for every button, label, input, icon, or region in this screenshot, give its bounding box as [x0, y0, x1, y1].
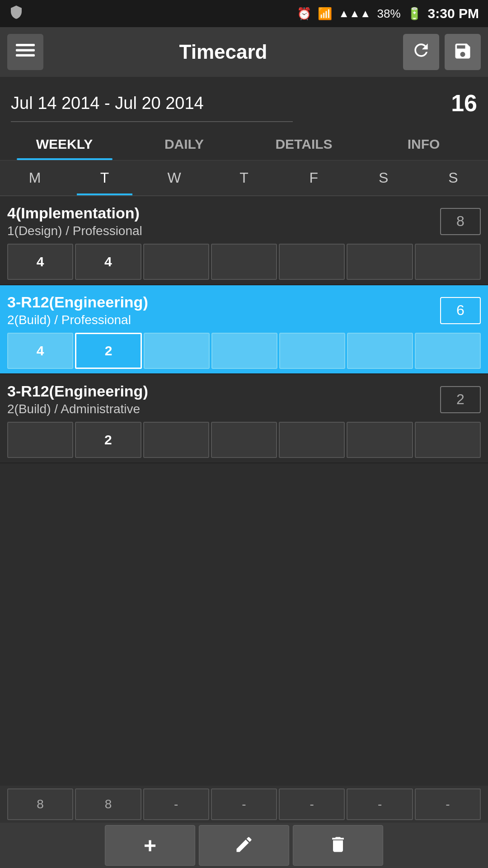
cell-1-6[interactable] [415, 244, 481, 280]
cell-1-4[interactable] [279, 244, 345, 280]
section-3-grid: 2 [7, 422, 481, 458]
section-2-subtitle: 2(Build) / Professional [7, 313, 148, 327]
timecard-section-2: 3-R12(Engineering) 2(Build) / Profession… [0, 285, 488, 374]
section-3-header: 3-R12(Engineering) 2(Build) / Administra… [7, 382, 481, 416]
alarm-icon: ⏰ [297, 7, 311, 21]
section-2-info: 3-R12(Engineering) 2(Build) / Profession… [7, 293, 148, 327]
tab-details[interactable]: DETAILS [244, 127, 364, 160]
section-1-subtitle: 1(Design) / Professional [7, 224, 142, 238]
shield-icon [9, 5, 23, 23]
top-bar-actions [403, 34, 481, 70]
status-bar-left [9, 5, 23, 23]
status-bar-right: ⏰ 📶 ▲▲▲ 38% 🔋 3:30 PM [297, 6, 479, 21]
section-3-title: 3-R12(Engineering) [7, 382, 148, 400]
main-tabs: WEEKLY DAILY DETAILS INFO [0, 127, 488, 160]
cell-3-1[interactable]: 2 [75, 422, 141, 458]
top-bar: Timecard [0, 27, 488, 77]
plus-icon: + [144, 833, 156, 858]
cell-1-2[interactable] [143, 244, 209, 280]
cell-1-5[interactable] [347, 244, 413, 280]
section-2-header: 3-R12(Engineering) 2(Build) / Profession… [7, 293, 481, 327]
menu-button[interactable] [7, 34, 43, 70]
save-icon [453, 41, 473, 63]
section-1-grid: 4 4 [7, 244, 481, 280]
day-tabs: M T W T F S S [0, 160, 488, 196]
tab-info[interactable]: INFO [364, 127, 483, 160]
section-1-total: 8 [440, 208, 481, 235]
delete-button[interactable] [293, 825, 383, 866]
cell-1-3[interactable] [211, 244, 277, 280]
cell-3-5[interactable] [347, 422, 413, 458]
day-tab-wed[interactable]: W [140, 160, 209, 195]
timecard-section-3: 3-R12(Engineering) 2(Build) / Administra… [0, 374, 488, 463]
cell-3-0[interactable] [7, 422, 73, 458]
refresh-icon [411, 40, 431, 64]
battery-percent: 38% [377, 7, 401, 21]
svg-rect-0 [16, 44, 35, 46]
edit-icon [234, 835, 254, 856]
day-tab-thu[interactable]: T [209, 160, 279, 195]
day-tab-sat[interactable]: S [348, 160, 418, 195]
cell-1-0[interactable]: 4 [7, 244, 73, 280]
svg-rect-2 [16, 54, 35, 56]
tab-daily[interactable]: DAILY [124, 127, 244, 160]
footer-totals: 8 8 - - - - - [0, 786, 488, 823]
wifi-icon: 📶 [318, 7, 332, 21]
bottom-bar: + [0, 823, 488, 868]
section-1-info: 4(Implementation) 1(Design) / Profession… [7, 204, 142, 238]
footer-cell-4: - [279, 788, 345, 820]
day-tab-tue[interactable]: T [70, 160, 139, 195]
cell-2-0[interactable]: 4 [7, 333, 73, 369]
section-3-total: 2 [440, 386, 481, 413]
date-underline [11, 121, 293, 122]
footer-cell-5: - [347, 788, 413, 820]
cell-1-1[interactable]: 4 [75, 244, 141, 280]
footer-cell-2: - [143, 788, 209, 820]
section-2-total: 6 [440, 297, 481, 324]
footer-cell-0: 8 [7, 788, 73, 820]
date-number: 16 [451, 90, 477, 117]
tab-weekly[interactable]: WEEKLY [5, 127, 124, 160]
signal-icon: ▲▲▲ [338, 7, 371, 20]
section-3-subtitle: 2(Build) / Administrative [7, 402, 148, 416]
content-spacer [0, 463, 488, 554]
cell-2-1[interactable]: 2 [75, 333, 142, 369]
page-title: Timecard [179, 41, 267, 63]
edit-button[interactable] [199, 825, 289, 866]
footer-cell-3: - [211, 788, 277, 820]
cell-3-6[interactable] [415, 422, 481, 458]
day-tab-fri[interactable]: F [279, 160, 348, 195]
cell-2-4[interactable] [279, 333, 345, 369]
timecard-section-1: 4(Implementation) 1(Design) / Profession… [0, 196, 488, 285]
add-button[interactable]: + [105, 825, 195, 866]
cell-2-5[interactable] [347, 333, 413, 369]
footer-cell-6: - [415, 788, 481, 820]
trash-icon [328, 835, 348, 856]
clock-time: 3:30 PM [428, 6, 479, 21]
cell-3-2[interactable] [143, 422, 209, 458]
cell-2-3[interactable] [211, 333, 277, 369]
date-range-text: Jul 14 2014 - Jul 20 2014 [11, 94, 204, 113]
date-row: Jul 14 2014 - Jul 20 2014 16 [0, 77, 488, 121]
section-2-grid: 4 2 [7, 333, 481, 369]
save-button[interactable] [445, 34, 481, 70]
section-3-info: 3-R12(Engineering) 2(Build) / Administra… [7, 382, 148, 416]
section-1-title: 4(Implementation) [7, 204, 142, 222]
section-1-header: 4(Implementation) 1(Design) / Profession… [7, 204, 481, 238]
cell-2-6[interactable] [415, 333, 481, 369]
refresh-button[interactable] [403, 34, 439, 70]
section-2-title: 3-R12(Engineering) [7, 293, 148, 311]
battery-icon: 🔋 [407, 7, 422, 21]
footer-cell-1: 8 [75, 788, 141, 820]
cell-2-2[interactable] [144, 333, 210, 369]
status-bar: ⏰ 📶 ▲▲▲ 38% 🔋 3:30 PM [0, 0, 488, 27]
day-tab-mon[interactable]: M [0, 160, 70, 195]
cell-3-3[interactable] [211, 422, 277, 458]
menu-icon [16, 41, 35, 64]
day-tab-sun[interactable]: S [418, 160, 488, 195]
cell-3-4[interactable] [279, 422, 345, 458]
svg-rect-1 [16, 49, 35, 51]
